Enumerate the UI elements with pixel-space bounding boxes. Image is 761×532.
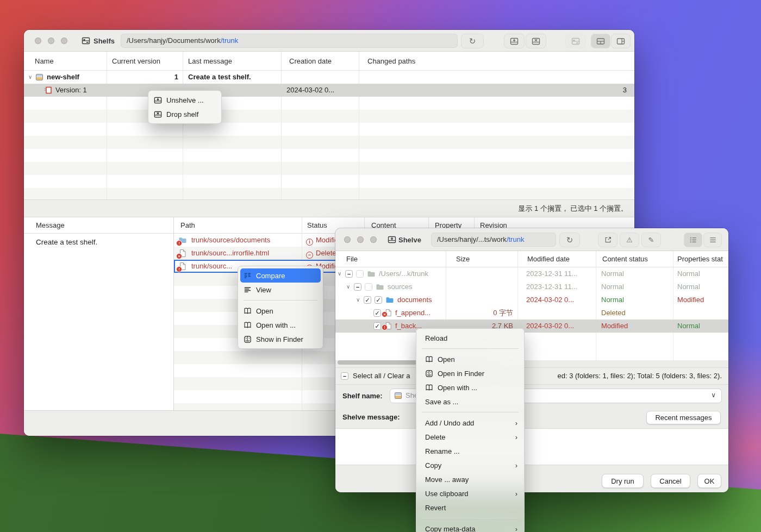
file-properties-status: Normal [677, 280, 700, 293]
column-header-changed-paths[interactable]: Changed paths [367, 52, 415, 71]
menu-item-unshelve[interactable]: Unshelve ... [148, 93, 221, 107]
menu-item-open-with[interactable]: Open with ... [416, 380, 524, 395]
shelve-titlebar[interactable]: Shelve /Users/hanjy/...ts/work/trunk ↻ ⚠… [335, 228, 728, 251]
shelf-row-version-1[interactable]: Version: 1 2024-03-02 0... 3 [24, 84, 634, 97]
chevron-down-icon[interactable]: ∨ [338, 267, 341, 280]
checked-checkbox[interactable]: ✓ [373, 322, 381, 330]
file-properties-status: Modified [677, 293, 704, 306]
pencil-icon: ✎ [648, 236, 654, 243]
menu-item-label: Drop shelf [166, 110, 215, 118]
refresh-button[interactable]: ↻ [559, 233, 580, 247]
partial-checkbox[interactable]: – [345, 270, 353, 278]
repository-path-field[interactable]: /Users/hanjy/...ts/work/trunk [431, 233, 556, 247]
refresh-button[interactable]: ↻ [461, 34, 484, 48]
shelf-row-new-shelf[interactable]: ∨ new-shelf 1 Create a test shelf. [24, 71, 634, 84]
menu-separator [422, 348, 519, 349]
horizontal-split-toggle[interactable] [591, 34, 610, 48]
chevron-down-icon[interactable]: ∨ [356, 293, 360, 306]
zoom-window-button[interactable] [370, 236, 377, 243]
minimize-window-button[interactable] [357, 236, 364, 243]
disabled-shelf-toolbar-button [565, 34, 586, 48]
zoom-window-button[interactable] [61, 37, 67, 44]
repository-path-field[interactable]: /Users/hanjy/Documents/work/trunk [121, 34, 458, 48]
menu-item-revert[interactable]: Revert [416, 500, 524, 515]
modified-badge-icon: ! [382, 324, 388, 330]
column-header-file[interactable]: File [346, 251, 358, 267]
file-row-f-append[interactable]: ✓ × f_append... 0 字节 Deleted [335, 306, 728, 320]
menu-item-copy[interactable]: Copy› [416, 458, 524, 472]
column-header-content-status[interactable]: Content status [602, 251, 648, 267]
menu-item-reload[interactable]: Reload [416, 331, 524, 345]
detail-list-view-toggle[interactable] [684, 233, 702, 247]
refresh-icon: ↻ [566, 236, 573, 244]
menu-item-show-in-finder[interactable]: Show in Finder [238, 332, 323, 346]
menu-item-compare[interactable]: Compare [240, 268, 321, 283]
menu-item-add-undo-add[interactable]: Add / Undo add› [416, 416, 524, 430]
checked-checkbox[interactable]: ✓ [373, 309, 381, 317]
message-panel-text: Create a test shelf. [36, 238, 97, 246]
file-row-f-back-selected[interactable]: ✓ ! f_back... 2.7 KB 2024-03-02 0... Mod… [335, 320, 728, 333]
column-header-last-message[interactable]: Last message [188, 52, 232, 71]
conflicts-button[interactable]: ⚠ [620, 233, 639, 247]
chevron-down-icon[interactable]: ∨ [28, 71, 32, 84]
menu-item-open-with[interactable]: Open with ... [238, 318, 323, 332]
menu-item-open-in-finder[interactable]: Open in Finder [416, 366, 524, 380]
menu-item-drop-shelf[interactable]: Drop shelf [148, 107, 221, 121]
unshelve-toolbar-button[interactable] [504, 34, 525, 48]
chevron-down-icon[interactable]: ∨ [346, 280, 350, 293]
column-header-creation-date[interactable]: Creation date [289, 52, 332, 71]
edit-button[interactable]: ✎ [641, 233, 661, 247]
version-icon [43, 86, 52, 95]
version-changed-paths: 3 [359, 84, 627, 97]
menu-item-save-as[interactable]: Save as ... [416, 395, 524, 409]
ok-button[interactable]: OK [697, 474, 721, 488]
compare-icon [244, 272, 252, 280]
file-modified: 2023-12-31 11... [526, 280, 577, 293]
column-header-message[interactable]: Message [36, 217, 65, 234]
menu-item-open[interactable]: Open [416, 352, 524, 366]
menu-item-open[interactable]: Open [238, 304, 323, 318]
shelve-message-input[interactable] [335, 428, 728, 465]
column-header-properties-status[interactable]: Properties stat [677, 251, 723, 267]
checked-checkbox[interactable]: ✓ [364, 296, 371, 304]
minimize-window-button[interactable] [48, 37, 54, 44]
file-name: f_append... [395, 306, 431, 320]
checked-checkbox[interactable]: ✓ [375, 296, 382, 304]
menu-item-copy-meta-data[interactable]: Copy meta-data› [416, 522, 524, 532]
shelfs-titlebar[interactable]: Shelfs /Users/hanjy/Documents/work/trunk… [24, 30, 634, 52]
column-header-modified-date[interactable]: Modified date [527, 251, 570, 267]
ghost-checkbox[interactable] [365, 283, 372, 291]
column-header-size[interactable]: Size [456, 251, 470, 267]
menu-item-label: Show in Finder [256, 335, 316, 343]
column-header-path[interactable]: Path [180, 217, 195, 234]
open-book-icon [425, 384, 433, 392]
partial-checkbox[interactable]: – [354, 283, 361, 291]
dry-run-button[interactable]: Dry run [602, 474, 644, 488]
flat-list-view-toggle[interactable] [703, 233, 722, 247]
select-all-label[interactable]: Select all / Clear a [353, 368, 410, 384]
menu-item-delete[interactable]: Delete› [416, 430, 524, 444]
external-open-button[interactable] [598, 233, 617, 247]
vertical-split-toggle[interactable] [611, 34, 631, 48]
file-row-trunk[interactable]: ∨ – /Users/...k/trunk 2023-12-31 11... N… [335, 267, 728, 280]
shelve-app-icon [388, 235, 396, 244]
close-window-button[interactable] [35, 37, 41, 44]
cancel-button[interactable]: Cancel [651, 474, 690, 488]
drop-shelf-toolbar-button[interactable] [526, 34, 546, 48]
menu-item-move-away[interactable]: Move ... away [416, 472, 524, 486]
recent-messages-button[interactable]: Recent messages [646, 411, 721, 424]
select-all-checkbox[interactable]: – [341, 372, 348, 380]
column-header-current-version[interactable]: Current version [112, 52, 160, 71]
column-header-status[interactable]: Status [307, 217, 327, 234]
combo-chevron-icon[interactable]: ∨ [711, 391, 716, 399]
menu-item-use-clipboard[interactable]: Use clipboard› [416, 486, 524, 500]
menu-item-view[interactable]: View [238, 283, 323, 297]
submenu-chevron-icon: › [515, 525, 517, 532]
path-text: trunk/sourc... [191, 260, 232, 273]
ghost-checkbox[interactable] [356, 270, 364, 278]
close-window-button[interactable] [344, 236, 351, 243]
file-row-documents[interactable]: ∨ ✓ ✓ documents 2024-03-02 0... Normal M… [335, 293, 728, 306]
file-row-sources[interactable]: ∨ – sources 2023-12-31 11... Normal Norm… [335, 280, 728, 293]
menu-item-rename[interactable]: Rename ... [416, 444, 524, 458]
column-header-name[interactable]: Name [35, 52, 54, 71]
